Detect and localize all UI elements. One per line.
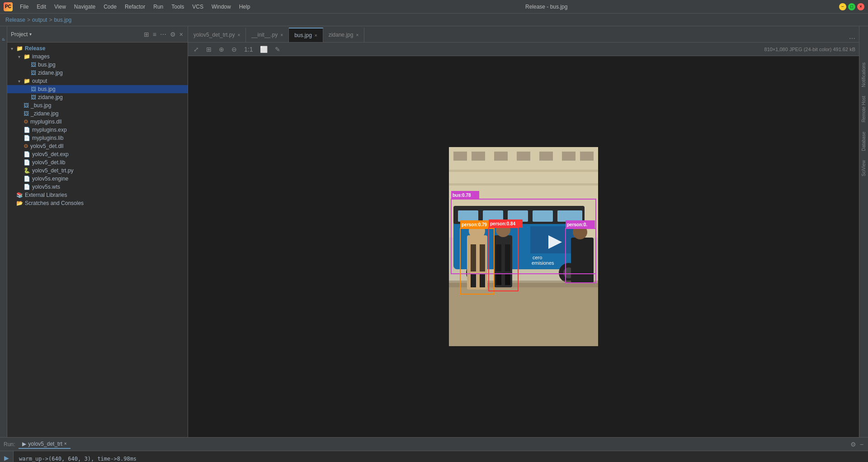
tree-item-yolov5_det-dll[interactable]: ⚙yolov5_det.dll — [7, 142, 188, 150]
tree-icon-_bus-jpg: 🖼 — [24, 102, 29, 109]
minimize-button[interactable]: − — [839, 3, 846, 10]
breadcrumb-release[interactable]: Release — [5, 17, 25, 23]
menu-navigate[interactable]: Navigate — [71, 3, 99, 11]
menu-refactor[interactable]: Refactor — [121, 3, 149, 11]
project-dropdown-icon[interactable]: ▾ — [29, 32, 32, 37]
tab-close-zidane_jpg[interactable]: × — [356, 33, 359, 38]
svg-rect-7 — [562, 152, 576, 161]
window-title: Release - bus.jpg — [525, 4, 567, 10]
run-play-button[interactable]: ▶ — [3, 453, 10, 462]
tree-item-yolov5_det-exp[interactable]: 📄yolov5_det.exp — [7, 150, 188, 158]
svg-rect-10 — [449, 183, 598, 186]
tree-item-bus-jpg-1[interactable]: 🖼bus.jpg — [7, 61, 188, 69]
tree-icon-yolov5_det-dll: ⚙ — [24, 143, 28, 149]
menu-window[interactable]: Window — [208, 3, 235, 11]
tree-item-zidane-jpg-2[interactable]: 🖼zidane.jpg — [7, 93, 188, 101]
menu-vcs[interactable]: VCS — [189, 3, 207, 11]
tab-bus_jpg[interactable]: bus.jpg× — [289, 28, 323, 42]
project-header-left: Project ▾ — [11, 31, 32, 38]
run-tab-yolov5[interactable]: ▶ yolov5_det_trt × — [19, 440, 70, 449]
menu-help[interactable]: Help — [236, 3, 254, 11]
menu-view[interactable]: View — [51, 3, 70, 11]
breadcrumb-file[interactable]: bus.jpg — [54, 17, 71, 23]
breadcrumb-sep-1: > — [27, 17, 30, 23]
hide-panel-button[interactable]: × — [179, 30, 184, 39]
close-button[interactable]: × — [857, 3, 864, 10]
run-actions: ⚙ − — [849, 440, 864, 449]
zoom-out-button[interactable]: ⊖ — [230, 45, 239, 54]
tree-item-scratches[interactable]: 📂Scratches and Consoles — [7, 199, 188, 207]
svg-text:emisiones: emisiones — [532, 260, 554, 266]
run-panel: Run: ▶ yolov5_det_trt × ⚙ − ▶ ↑ ↓ ⬛ ↺ ⟺ … — [0, 437, 868, 462]
rotate-button[interactable]: ✎ — [273, 45, 282, 54]
tree-label-myplugins-exp: myplugins.exp — [32, 127, 67, 133]
tree-icon-yolov5_det_trt-py: 🐍 — [24, 167, 30, 174]
tree-item-_bus-jpg[interactable]: 🖼_bus.jpg — [7, 101, 188, 110]
svg-rect-8 — [580, 152, 594, 161]
run-content: ▶ ↑ ↓ ⬛ ↺ ⟺ ⎙ 🗑 warm_up->(640, 640, 3), … — [0, 451, 868, 462]
sciview-panel[interactable]: SciView — [861, 160, 866, 176]
run-tab-close[interactable]: × — [64, 441, 67, 446]
menu-run[interactable]: Run — [150, 3, 167, 11]
sidebar-icon-project[interactable]: P — [0, 28, 7, 51]
tab-__init__[interactable]: __init__.py× — [246, 28, 289, 42]
run-hide-button[interactable]: − — [859, 440, 864, 449]
tree-item-yolov5s-wts[interactable]: 📄yolov5s.wts — [7, 183, 188, 191]
maximize-button[interactable]: □ — [848, 3, 855, 10]
tab-close-__init__[interactable]: × — [280, 33, 283, 38]
tab-zidane_jpg[interactable]: zidane.jpg× — [323, 28, 365, 42]
actual-size-button[interactable]: ⊞ — [204, 45, 213, 54]
tree-icon-myplugins-dll: ⚙ — [24, 119, 28, 125]
tree-item-external-libs[interactable]: 📚External Libraries — [7, 191, 188, 199]
more-options-button[interactable]: ⋯ — [159, 30, 167, 39]
tree-label-yolov5_det-exp: yolov5_det.exp — [32, 151, 69, 157]
tree-item-yolov5s-engine[interactable]: 📄yolov5s.engine — [7, 175, 188, 183]
titlebar-left: PC File Edit View Navigate Code Refactor… — [4, 2, 254, 11]
tree-label-myplugins-lib: myplugins.lib — [32, 135, 63, 141]
fit-image-button[interactable]: ⤢ — [192, 45, 201, 54]
menu-tools[interactable]: Tools — [168, 3, 188, 11]
settings-button[interactable]: ⚙ — [169, 30, 177, 39]
collapse-all-button[interactable]: ⊞ — [143, 30, 150, 39]
remote-host-panel[interactable]: Remote Host — [861, 96, 866, 122]
svg-text:person:0.: person:0. — [567, 222, 587, 227]
tree-item-myplugins-dll[interactable]: ⚙myplugins.dll — [7, 118, 188, 126]
show-options-button[interactable]: ≡ — [152, 30, 157, 39]
zoom-in-button[interactable]: ⊕ — [217, 45, 226, 54]
tree-label-zidane-jpg-2: zidane.jpg — [38, 94, 63, 100]
fit-width-button[interactable]: ⬜ — [258, 45, 269, 54]
tree-item-images[interactable]: ▾📁images — [7, 52, 188, 61]
tree-icon-yolov5s-wts: 📄 — [24, 184, 30, 190]
tree-item-yolov5_det-lib[interactable]: 📄yolov5_det.lib — [7, 158, 188, 167]
tab-close-bus_jpg[interactable]: × — [315, 33, 317, 38]
breadcrumb-output[interactable]: output — [32, 17, 47, 23]
menu-code[interactable]: Code — [100, 3, 120, 11]
database-panel[interactable]: Database — [861, 132, 866, 151]
tree-item-output[interactable]: ▾📁output — [7, 77, 188, 85]
tab-yolov5_det_trt[interactable]: yolov5_det_trt.py× — [188, 28, 246, 42]
titlebar: PC File Edit View Navigate Code Refactor… — [0, 0, 868, 14]
tab-more-icon[interactable]: ⋯ — [849, 35, 855, 42]
run-settings-button[interactable]: ⚙ — [849, 440, 857, 449]
tree-item-myplugins-lib[interactable]: 📄myplugins.lib — [7, 134, 188, 142]
tree-item-yolov5_det_trt-py[interactable]: 🐍yolov5_det_trt.py — [7, 167, 188, 175]
editor-tabs: yolov5_det_trt.py×__init__.py×bus.jpg×zi… — [188, 26, 859, 43]
tree-item-release[interactable]: ▾📁Release — [7, 44, 188, 52]
menu-file[interactable]: File — [16, 3, 32, 11]
menu-edit[interactable]: Edit — [33, 3, 50, 11]
tree-label-yolov5_det_trt-py: yolov5_det_trt.py — [32, 167, 73, 174]
zoom-100-button[interactable]: 1:1 — [242, 45, 255, 54]
run-label: Run: — [4, 441, 15, 448]
tree-item-bus-jpg-2[interactable]: 🖼bus.jpg — [7, 85, 188, 93]
tree-label-yolov5s-wts: yolov5s.wts — [32, 184, 60, 190]
window-controls: − □ × — [839, 3, 864, 10]
notifications-panel[interactable]: Notifications — [861, 62, 866, 87]
image-info: 810×1,080 JPEG (24-bit color) 491.62 kB — [764, 47, 855, 52]
tab-label-__init__: __init__.py — [251, 32, 278, 38]
tree-item-_zidane-jpg[interactable]: 🖼_zidane.jpg — [7, 110, 188, 118]
tree-item-myplugins-exp[interactable]: 📄myplugins.exp — [7, 126, 188, 134]
tab-close-yolov5_det_trt[interactable]: × — [237, 33, 240, 38]
tree-item-zidane-jpg-1[interactable]: 🖼zidane.jpg — [7, 69, 188, 77]
image-viewer[interactable]: cero emisiones — [188, 56, 859, 437]
tree-icon-zidane-jpg-2: 🖼 — [31, 94, 36, 100]
